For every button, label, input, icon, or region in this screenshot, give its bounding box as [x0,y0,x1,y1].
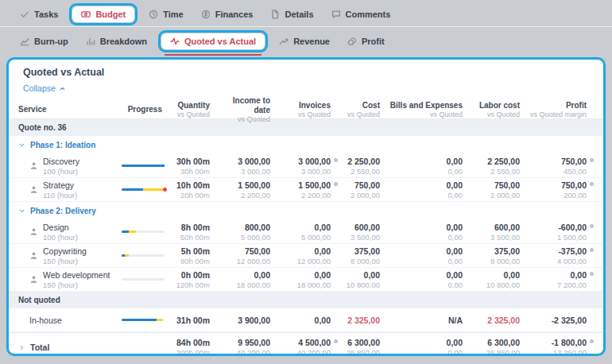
value-cell: 4 500,00 40 200,00 [277,338,338,356]
tab-budget[interactable]: Budget [72,6,134,22]
actual-value: 0,00 [277,316,331,325]
main-tab-bar: TasksBudgetTimeFinancesDetailsComments [0,0,612,27]
chevron-down-icon [18,141,25,149]
value-cell: 0,00 0,00 [387,338,470,356]
actual-value: 9 950,00 [217,338,270,347]
info-dot[interactable] [590,272,594,276]
tab-time[interactable]: Time [140,6,192,22]
collapse-button[interactable]: Collapse [9,81,80,96]
actual-value: -375,00 [527,246,587,256]
quoted-value: 2 200,00 [217,191,270,199]
progress-segment-blue [122,165,165,167]
phase-row-phase-2-delivery[interactable]: Phase 2: Delivery [9,202,603,220]
info-dot[interactable] [590,158,594,162]
subtab-breakdown[interactable]: Breakdown [77,33,156,49]
chevron-down-icon [18,207,25,215]
actual-value: 600,00 [470,223,520,232]
person-icon [29,227,38,236]
info-dot[interactable] [590,224,594,228]
actual-value: 2 325,00 [470,316,520,325]
quoted-value: 8 000,00 [470,257,520,265]
subtab-profit[interactable]: Profit [339,33,393,49]
quoted-value: 0,00 [387,167,463,176]
service-row-design[interactable]: Design 100 (hour) 8h 00m 50h 00m 800,00 … [9,220,603,244]
tab-label: Details [285,10,313,19]
quoted-value: 0,00 [387,281,463,289]
coins-icon [347,37,357,46]
column-sub-label: vs Quoted [169,110,210,118]
value-cell: -2 325,00 [527,316,594,325]
phase-row-phase-1-ideation[interactable]: Phase 1: Ideation [9,136,603,154]
subtab-revenue[interactable]: Revenue [270,33,339,49]
value-cell: 2 250,00 2 550,00 [338,157,387,176]
service-row-copywriting[interactable]: Copywriting 150 (hour) 5h 00m 80h 00m 75… [9,244,603,268]
actual-value: 4 500,00 [277,338,331,347]
value-cell: 375,00 8 000,00 [470,246,527,265]
value-cell: 0,00 18 000,00 [277,270,338,289]
actual-value: 375,00 [338,246,380,256]
info-dot[interactable] [590,339,594,343]
quoted-value: 3 500,00 [338,233,380,242]
value-cell: 1 500,00 2 200,00 [217,180,277,199]
service-name: Copywriting 150 (hour) [43,246,87,265]
column-header-bills-and-expenses: Bills and Expensesvs Quoted [387,101,470,119]
subtab-label: Profit [362,37,385,46]
person-icon [29,275,38,284]
column-header-invoices: Invoicesvs Quoted [277,101,338,119]
subtab-burn-up[interactable]: Burn-up [11,33,77,49]
tab-comments[interactable]: Comments [323,6,400,22]
quoted-value: 26 850,00 [338,348,380,356]
subtab-label: Revenue [293,37,330,46]
service-name: Design 100 (hour) [43,223,78,242]
quoted-value: 120h 00m [169,281,210,289]
value-cell: 750,00 450,00 [527,157,594,176]
value-cell: -375,00 4 000,00 [527,246,594,265]
progress-bar [122,254,165,257]
value-cell: 0,00 0,00 [387,246,470,265]
quoted-value: 2 000,00 [338,191,380,199]
actual-value: 0,00 [387,338,463,347]
value-cell: 0,00 7 200,00 [527,270,594,289]
actual-value: 3 000,00 [217,157,270,166]
phase-label: Phase 2: Delivery [30,207,96,215]
actual-value: -1 800,00 [527,338,587,347]
info-dot[interactable] [590,248,594,252]
budget-sub-tab-bar: Burn-upBreakdownQuoted vs ActualRevenueP… [0,27,612,54]
tab-details[interactable]: Details [261,6,322,22]
service-name-cell: In-house [18,316,112,325]
column-label: Profit [566,101,587,110]
tab-finances[interactable]: Finances [192,6,262,22]
actual-value: 0,00 [387,157,463,166]
info-dot[interactable] [590,182,594,186]
service-row-in-house[interactable]: In-house 31h 00m 3 900,00 0,00 2 325,00 … [9,308,603,332]
actual-value: N/A [387,316,463,325]
progress-segment-yellow [129,230,136,233]
actual-value: 0,00 [217,270,270,280]
service-row-web-development[interactable]: Web development 150 (hour) 0h 00m 120h 0… [9,268,603,292]
service-row-discovery[interactable]: Discovery 100 (hour) 30h 00m 30h 00m 3 0… [9,154,603,178]
column-label: Labor cost [479,101,520,110]
service-row-strategy[interactable]: Strategy 110 (hour) 10h 00m 20h 00m 1 50… [9,178,603,202]
over-budget-dot [163,188,167,192]
value-cell: -1 800,00 13 350,00 [527,338,594,356]
actual-value: 750,00 [217,246,270,256]
value-cell: 600,00 3 500,00 [338,223,387,242]
subtab-quoted-vs-actual[interactable]: Quoted vs Actual [161,33,265,49]
check-icon [20,10,29,19]
actual-value: 0,00 [470,270,520,280]
total-row[interactable]: Total 84h 00m 300h 00m 9 950,00 40 200,0… [9,332,603,356]
quoted-value: 20h 00m [169,191,210,199]
quoted-value: 40 200,00 [277,348,331,356]
column-sub-label: vs Quoted [277,110,331,118]
tab-tasks[interactable]: Tasks [11,6,67,22]
quoted-value: 200,00 [527,191,587,199]
column-label: Income to date [233,96,270,114]
actual-value: 10h 00m [169,180,210,190]
actual-value: -2 325,00 [527,316,587,325]
quoted-value: 18 000,00 [277,281,331,289]
value-cell: 3 000,00 3 000,00 [277,157,338,176]
person-icon [29,161,38,170]
actual-value: 0,00 [387,180,463,190]
value-cell: 750,00 12 000,00 [217,246,277,265]
progress-segment-yellow [157,319,162,321]
